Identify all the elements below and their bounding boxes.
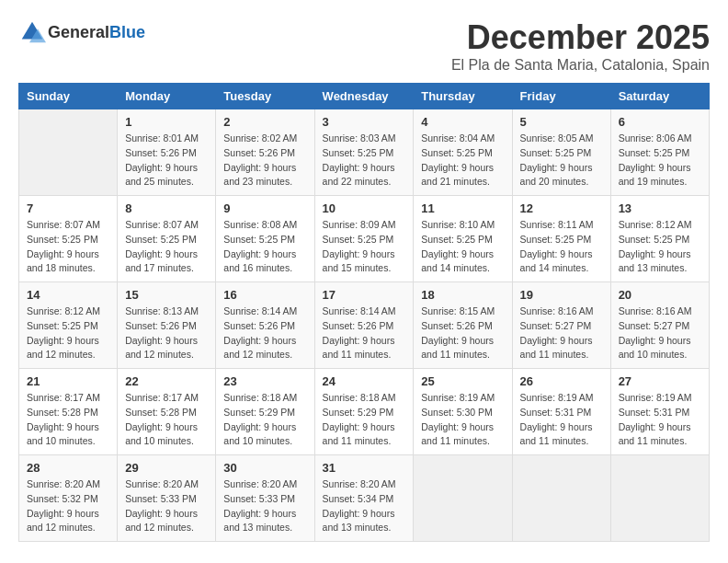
calendar-week-row: 1Sunrise: 8:01 AM Sunset: 5:26 PM Daylig… bbox=[19, 109, 710, 196]
day-info: Sunrise: 8:03 AM Sunset: 5:25 PM Dayligh… bbox=[323, 132, 406, 190]
day-number: 27 bbox=[619, 374, 701, 388]
day-number: 21 bbox=[27, 374, 109, 388]
day-info: Sunrise: 8:17 AM Sunset: 5:28 PM Dayligh… bbox=[125, 391, 208, 449]
day-info: Sunrise: 8:14 AM Sunset: 5:26 PM Dayligh… bbox=[323, 304, 406, 362]
logo: GeneralBlue bbox=[18, 18, 145, 46]
calendar-cell: 1Sunrise: 8:01 AM Sunset: 5:26 PM Daylig… bbox=[118, 109, 216, 196]
calendar-cell: 9Sunrise: 8:08 AM Sunset: 5:25 PM Daylig… bbox=[216, 196, 314, 282]
calendar-cell: 10Sunrise: 8:09 AM Sunset: 5:25 PM Dayli… bbox=[314, 196, 414, 282]
day-info: Sunrise: 8:19 AM Sunset: 5:30 PM Dayligh… bbox=[421, 391, 504, 449]
calendar-col-header: Tuesday bbox=[216, 84, 314, 109]
day-info: Sunrise: 8:15 AM Sunset: 5:26 PM Dayligh… bbox=[421, 304, 504, 362]
day-number: 2 bbox=[223, 115, 306, 129]
day-info: Sunrise: 8:04 AM Sunset: 5:25 PM Dayligh… bbox=[421, 132, 504, 190]
day-info: Sunrise: 8:10 AM Sunset: 5:25 PM Dayligh… bbox=[421, 218, 504, 276]
calendar-col-header: Thursday bbox=[414, 84, 512, 109]
calendar-cell: 24Sunrise: 8:18 AM Sunset: 5:29 PM Dayli… bbox=[314, 369, 414, 455]
day-info: Sunrise: 8:06 AM Sunset: 5:25 PM Dayligh… bbox=[619, 132, 701, 190]
calendar-body: 1Sunrise: 8:01 AM Sunset: 5:26 PM Daylig… bbox=[19, 109, 710, 542]
day-number: 28 bbox=[27, 461, 109, 475]
calendar-cell: 15Sunrise: 8:13 AM Sunset: 5:26 PM Dayli… bbox=[118, 282, 216, 369]
logo-text-general: General bbox=[48, 23, 109, 41]
day-info: Sunrise: 8:02 AM Sunset: 5:26 PM Dayligh… bbox=[223, 132, 306, 190]
day-number: 20 bbox=[619, 288, 701, 302]
day-number: 1 bbox=[125, 115, 208, 129]
month-title: December 2025 bbox=[451, 18, 710, 57]
day-info: Sunrise: 8:17 AM Sunset: 5:28 PM Dayligh… bbox=[27, 391, 109, 449]
calendar-cell: 3Sunrise: 8:03 AM Sunset: 5:25 PM Daylig… bbox=[314, 109, 414, 196]
day-info: Sunrise: 8:18 AM Sunset: 5:29 PM Dayligh… bbox=[223, 391, 306, 449]
day-number: 8 bbox=[125, 201, 208, 215]
day-number: 30 bbox=[223, 461, 306, 475]
day-number: 13 bbox=[619, 201, 701, 215]
day-info: Sunrise: 8:20 AM Sunset: 5:32 PM Dayligh… bbox=[27, 477, 109, 535]
calendar-cell: 13Sunrise: 8:12 AM Sunset: 5:25 PM Dayli… bbox=[610, 196, 709, 282]
day-info: Sunrise: 8:01 AM Sunset: 5:26 PM Dayligh… bbox=[125, 132, 208, 190]
day-info: Sunrise: 8:19 AM Sunset: 5:31 PM Dayligh… bbox=[520, 391, 603, 449]
calendar-cell: 16Sunrise: 8:14 AM Sunset: 5:26 PM Dayli… bbox=[216, 282, 314, 369]
logo-icon bbox=[18, 18, 46, 46]
day-info: Sunrise: 8:19 AM Sunset: 5:31 PM Dayligh… bbox=[619, 391, 701, 449]
day-number: 3 bbox=[323, 115, 406, 129]
day-info: Sunrise: 8:20 AM Sunset: 5:34 PM Dayligh… bbox=[323, 477, 406, 535]
calendar-cell: 14Sunrise: 8:12 AM Sunset: 5:25 PM Dayli… bbox=[19, 282, 118, 369]
calendar-col-header: Friday bbox=[512, 84, 610, 109]
calendar-cell: 23Sunrise: 8:18 AM Sunset: 5:29 PM Dayli… bbox=[216, 369, 314, 455]
calendar-cell bbox=[512, 455, 610, 542]
logo-text-blue: Blue bbox=[109, 23, 145, 41]
calendar-col-header: Wednesday bbox=[314, 84, 414, 109]
calendar-cell: 19Sunrise: 8:16 AM Sunset: 5:27 PM Dayli… bbox=[512, 282, 610, 369]
day-number: 25 bbox=[421, 374, 504, 388]
calendar-cell: 22Sunrise: 8:17 AM Sunset: 5:28 PM Dayli… bbox=[118, 369, 216, 455]
day-number: 11 bbox=[421, 201, 504, 215]
calendar-week-row: 14Sunrise: 8:12 AM Sunset: 5:25 PM Dayli… bbox=[19, 282, 710, 369]
calendar-week-row: 21Sunrise: 8:17 AM Sunset: 5:28 PM Dayli… bbox=[19, 369, 710, 455]
day-number: 18 bbox=[421, 288, 504, 302]
calendar-cell: 27Sunrise: 8:19 AM Sunset: 5:31 PM Dayli… bbox=[610, 369, 709, 455]
day-number: 19 bbox=[520, 288, 603, 302]
calendar-cell: 26Sunrise: 8:19 AM Sunset: 5:31 PM Dayli… bbox=[512, 369, 610, 455]
calendar-col-header: Monday bbox=[118, 84, 216, 109]
day-number: 10 bbox=[323, 201, 406, 215]
calendar-cell: 11Sunrise: 8:10 AM Sunset: 5:25 PM Dayli… bbox=[414, 196, 512, 282]
calendar-week-row: 28Sunrise: 8:20 AM Sunset: 5:32 PM Dayli… bbox=[19, 455, 710, 542]
day-info: Sunrise: 8:08 AM Sunset: 5:25 PM Dayligh… bbox=[223, 218, 306, 276]
calendar-cell: 28Sunrise: 8:20 AM Sunset: 5:32 PM Dayli… bbox=[19, 455, 118, 542]
day-number: 4 bbox=[421, 115, 504, 129]
day-info: Sunrise: 8:07 AM Sunset: 5:25 PM Dayligh… bbox=[125, 218, 208, 276]
title-section: December 2025 El Pla de Santa Maria, Cat… bbox=[451, 18, 710, 74]
calendar-col-header: Saturday bbox=[610, 84, 709, 109]
day-info: Sunrise: 8:14 AM Sunset: 5:26 PM Dayligh… bbox=[223, 304, 306, 362]
day-number: 29 bbox=[125, 461, 208, 475]
calendar-col-header: Sunday bbox=[19, 84, 118, 109]
day-number: 14 bbox=[27, 288, 109, 302]
calendar-cell: 18Sunrise: 8:15 AM Sunset: 5:26 PM Dayli… bbox=[414, 282, 512, 369]
day-number: 17 bbox=[323, 288, 406, 302]
day-number: 26 bbox=[520, 374, 603, 388]
calendar-table: SundayMondayTuesdayWednesdayThursdayFrid… bbox=[18, 83, 710, 542]
calendar-cell: 5Sunrise: 8:05 AM Sunset: 5:25 PM Daylig… bbox=[512, 109, 610, 196]
day-info: Sunrise: 8:16 AM Sunset: 5:27 PM Dayligh… bbox=[520, 304, 603, 362]
day-number: 9 bbox=[223, 201, 306, 215]
calendar-cell: 4Sunrise: 8:04 AM Sunset: 5:25 PM Daylig… bbox=[414, 109, 512, 196]
calendar-cell: 31Sunrise: 8:20 AM Sunset: 5:34 PM Dayli… bbox=[314, 455, 414, 542]
day-number: 15 bbox=[125, 288, 208, 302]
day-info: Sunrise: 8:11 AM Sunset: 5:25 PM Dayligh… bbox=[520, 218, 603, 276]
day-info: Sunrise: 8:16 AM Sunset: 5:27 PM Dayligh… bbox=[619, 304, 701, 362]
calendar-cell: 6Sunrise: 8:06 AM Sunset: 5:25 PM Daylig… bbox=[610, 109, 709, 196]
day-number: 31 bbox=[323, 461, 406, 475]
calendar-cell bbox=[19, 109, 118, 196]
calendar-week-row: 7Sunrise: 8:07 AM Sunset: 5:25 PM Daylig… bbox=[19, 196, 710, 282]
day-info: Sunrise: 8:20 AM Sunset: 5:33 PM Dayligh… bbox=[125, 477, 208, 535]
day-info: Sunrise: 8:12 AM Sunset: 5:25 PM Dayligh… bbox=[27, 304, 109, 362]
calendar-cell: 30Sunrise: 8:20 AM Sunset: 5:33 PM Dayli… bbox=[216, 455, 314, 542]
calendar-cell bbox=[414, 455, 512, 542]
day-info: Sunrise: 8:20 AM Sunset: 5:33 PM Dayligh… bbox=[223, 477, 306, 535]
day-number: 12 bbox=[520, 201, 603, 215]
calendar-cell: 8Sunrise: 8:07 AM Sunset: 5:25 PM Daylig… bbox=[118, 196, 216, 282]
day-info: Sunrise: 8:07 AM Sunset: 5:25 PM Dayligh… bbox=[27, 218, 109, 276]
day-info: Sunrise: 8:09 AM Sunset: 5:25 PM Dayligh… bbox=[323, 218, 406, 276]
calendar-cell: 12Sunrise: 8:11 AM Sunset: 5:25 PM Dayli… bbox=[512, 196, 610, 282]
day-number: 6 bbox=[619, 115, 701, 129]
day-number: 24 bbox=[323, 374, 406, 388]
